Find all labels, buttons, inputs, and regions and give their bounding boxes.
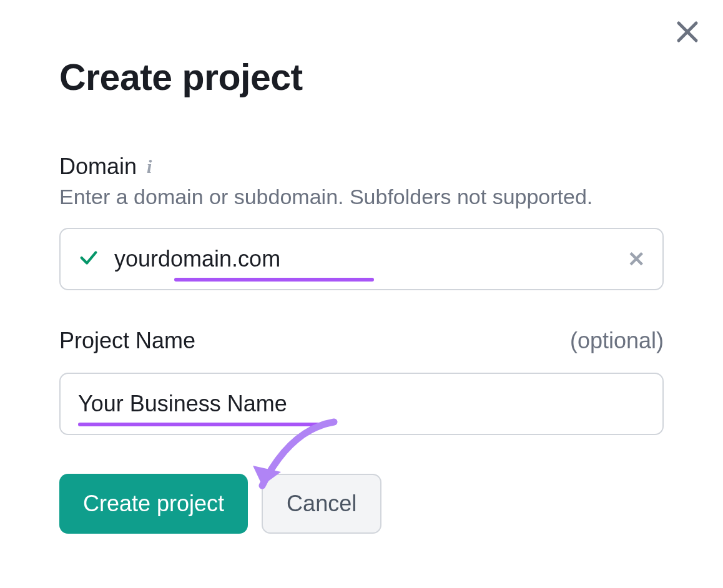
cancel-button[interactable]: Cancel <box>262 474 381 534</box>
close-button[interactable] <box>671 15 704 49</box>
domain-label: Domain <box>59 154 137 180</box>
project-name-field-group: Project Name (optional) <box>59 328 664 435</box>
close-icon <box>672 17 702 47</box>
domain-input-wrap: ✕ <box>59 228 664 290</box>
project-name-input[interactable] <box>78 391 645 417</box>
optional-label: (optional) <box>570 328 664 354</box>
annotation-underline <box>78 423 324 426</box>
project-name-label-row: Project Name (optional) <box>59 328 664 354</box>
modal-title: Create project <box>59 56 664 99</box>
domain-field-group: Domain i Enter a domain or subdomain. Su… <box>59 154 664 290</box>
project-name-input-wrap <box>59 373 664 435</box>
check-icon <box>78 247 99 271</box>
domain-label-row: Domain i <box>59 154 664 180</box>
create-project-modal: Create project Domain i Enter a domain o… <box>0 0 723 588</box>
info-icon[interactable]: i <box>147 156 152 177</box>
button-row: Create project Cancel <box>59 474 664 534</box>
project-name-label: Project Name <box>59 328 195 354</box>
create-project-button[interactable]: Create project <box>59 474 248 534</box>
clear-input-button[interactable]: ✕ <box>627 247 645 272</box>
annotation-underline <box>174 278 374 282</box>
domain-helper-text: Enter a domain or subdomain. Subfolders … <box>59 185 664 209</box>
domain-input[interactable] <box>114 246 627 272</box>
